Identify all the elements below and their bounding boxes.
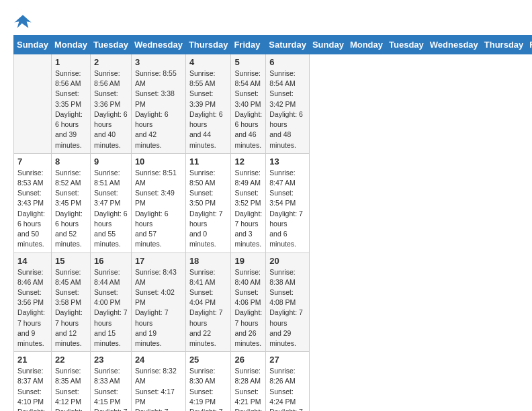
day-header-tuesday: Tuesday [91,36,132,54]
calendar-week-row: 21Sunrise: 8:37 AMSunset: 4:10 PMDayligh… [14,352,533,411]
day-number: 20 [269,256,306,266]
day-info: Sunrise: 8:35 AMSunset: 4:12 PMDaylight:… [55,366,87,411]
day-header-friday: Friday [527,36,532,54]
calendar-cell: 15Sunrise: 8:45 AMSunset: 3:58 PMDayligh… [51,253,90,352]
calendar-header-row: SundayMondayTuesdayWednesdayThursdayFrid… [14,36,533,54]
day-number: 16 [94,256,128,266]
calendar-cell: 7Sunrise: 8:53 AMSunset: 3:43 PMDaylight… [14,153,52,253]
day-info: Sunrise: 8:49 AMSunset: 3:52 PMDaylight:… [234,168,262,250]
day-header-tuesday: Tuesday [386,36,427,54]
calendar-cell: 24Sunrise: 8:32 AMSunset: 4:17 PMDayligh… [131,352,185,411]
calendar-cell: 4Sunrise: 8:55 AMSunset: 3:39 PMDaylight… [185,54,231,154]
day-info: Sunrise: 8:50 AMSunset: 3:50 PMDaylight:… [189,168,228,250]
day-number: 3 [135,57,182,67]
day-number: 22 [55,355,87,365]
calendar-cell: 20Sunrise: 8:38 AMSunset: 4:08 PMDayligh… [266,253,310,352]
svg-marker-0 [14,15,31,28]
day-info: Sunrise: 8:52 AMSunset: 3:45 PMDaylight:… [55,168,87,250]
day-number: 2 [94,57,128,67]
day-info: Sunrise: 8:28 AMSunset: 4:21 PMDaylight:… [234,366,262,411]
day-number: 25 [189,355,228,365]
day-number: 15 [55,256,87,266]
calendar-cell: 21Sunrise: 8:37 AMSunset: 4:10 PMDayligh… [14,352,52,411]
day-header-monday: Monday [51,36,90,54]
day-header-saturday: Saturday [266,36,310,54]
calendar-cell: 3Sunrise: 8:55 AMSunset: 3:38 PMDaylight… [131,54,185,154]
day-info: Sunrise: 8:32 AMSunset: 4:17 PMDaylight:… [135,366,182,411]
calendar-cell: 26Sunrise: 8:28 AMSunset: 4:21 PMDayligh… [231,352,266,411]
calendar-cell: 14Sunrise: 8:46 AMSunset: 3:56 PMDayligh… [14,253,52,352]
calendar-cell: 13Sunrise: 8:47 AMSunset: 3:54 PMDayligh… [266,153,310,253]
page-header [13,7,519,31]
day-number: 9 [94,156,128,167]
calendar-cell: 19Sunrise: 8:40 AMSunset: 4:06 PMDayligh… [231,253,266,352]
day-number: 18 [189,256,228,266]
day-info: Sunrise: 8:46 AMSunset: 3:56 PMDaylight:… [17,267,48,349]
day-info: Sunrise: 8:45 AMSunset: 3:58 PMDaylight:… [55,267,87,349]
day-number: 21 [17,355,48,365]
day-number: 23 [94,355,128,365]
day-number: 8 [55,156,87,167]
day-info: Sunrise: 8:54 AMSunset: 3:40 PMDaylight:… [234,68,262,150]
calendar-cell: 27Sunrise: 8:26 AMSunset: 4:24 PMDayligh… [266,352,310,411]
day-info: Sunrise: 8:55 AMSunset: 3:38 PMDaylight:… [135,68,182,150]
day-number: 10 [135,156,182,167]
day-number: 19 [234,256,262,266]
logo [13,12,35,31]
day-number: 17 [135,256,182,266]
day-info: Sunrise: 8:53 AMSunset: 3:43 PMDaylight:… [17,168,48,250]
calendar-cell [14,54,52,154]
calendar-table: SundayMondayTuesdayWednesdayThursdayFrid… [13,35,532,411]
day-header-sunday: Sunday [14,36,52,54]
day-info: Sunrise: 8:43 AMSunset: 4:02 PMDaylight:… [135,267,182,349]
calendar-cell: 10Sunrise: 8:51 AMSunset: 3:49 PMDayligh… [131,153,185,253]
day-info: Sunrise: 8:47 AMSunset: 3:54 PMDaylight:… [269,168,306,250]
calendar-cell: 2Sunrise: 8:56 AMSunset: 3:36 PMDaylight… [91,54,132,154]
calendar-cell: 8Sunrise: 8:52 AMSunset: 3:45 PMDaylight… [51,153,90,253]
day-info: Sunrise: 8:54 AMSunset: 3:42 PMDaylight:… [269,68,306,150]
day-number: 6 [269,57,306,67]
day-header-friday: Friday [231,36,266,54]
day-info: Sunrise: 8:51 AMSunset: 3:47 PMDaylight:… [94,168,128,250]
day-number: 12 [234,156,262,167]
calendar-cell: 22Sunrise: 8:35 AMSunset: 4:12 PMDayligh… [51,352,90,411]
day-info: Sunrise: 8:33 AMSunset: 4:15 PMDaylight:… [94,366,128,411]
calendar-cell: 18Sunrise: 8:41 AMSunset: 4:04 PMDayligh… [185,253,231,352]
day-number: 7 [17,156,48,167]
calendar-week-row: 7Sunrise: 8:53 AMSunset: 3:43 PMDaylight… [14,153,533,253]
day-number: 24 [135,355,182,365]
day-header-thursday: Thursday [481,36,527,54]
calendar-cell: 1Sunrise: 8:56 AMSunset: 3:35 PMDaylight… [51,54,90,154]
calendar-cell: 5Sunrise: 8:54 AMSunset: 3:40 PMDaylight… [231,54,266,154]
day-number: 11 [189,156,228,167]
day-number: 5 [234,57,262,67]
calendar-week-row: 1Sunrise: 8:56 AMSunset: 3:35 PMDaylight… [14,54,533,154]
day-header-thursday: Thursday [185,36,231,54]
day-number: 1 [55,57,87,67]
logo-icon [13,12,32,31]
day-info: Sunrise: 8:30 AMSunset: 4:19 PMDaylight:… [189,366,228,411]
day-header-sunday: Sunday [309,36,347,54]
day-header-monday: Monday [347,36,386,54]
day-number: 13 [269,156,306,167]
calendar-cell: 9Sunrise: 8:51 AMSunset: 3:47 PMDaylight… [91,153,132,253]
day-info: Sunrise: 8:41 AMSunset: 4:04 PMDaylight:… [189,267,228,349]
day-header-wednesday: Wednesday [131,36,185,54]
calendar-cell: 23Sunrise: 8:33 AMSunset: 4:15 PMDayligh… [91,352,132,411]
day-info: Sunrise: 8:37 AMSunset: 4:10 PMDaylight:… [17,366,48,411]
day-info: Sunrise: 8:55 AMSunset: 3:39 PMDaylight:… [189,68,228,150]
day-info: Sunrise: 8:26 AMSunset: 4:24 PMDaylight:… [269,366,306,411]
calendar-cell: 12Sunrise: 8:49 AMSunset: 3:52 PMDayligh… [231,153,266,253]
day-info: Sunrise: 8:51 AMSunset: 3:49 PMDaylight:… [135,168,182,250]
day-info: Sunrise: 8:56 AMSunset: 3:35 PMDaylight:… [55,68,87,150]
day-number: 4 [189,57,228,67]
day-header-wednesday: Wednesday [427,36,481,54]
calendar-cell: 16Sunrise: 8:44 AMSunset: 4:00 PMDayligh… [91,253,132,352]
day-number: 27 [269,355,306,365]
day-number: 14 [17,256,48,266]
calendar-cell: 11Sunrise: 8:50 AMSunset: 3:50 PMDayligh… [185,153,231,253]
calendar-week-row: 14Sunrise: 8:46 AMSunset: 3:56 PMDayligh… [14,253,533,352]
day-info: Sunrise: 8:40 AMSunset: 4:06 PMDaylight:… [234,267,262,349]
day-info: Sunrise: 8:44 AMSunset: 4:00 PMDaylight:… [94,267,128,349]
day-info: Sunrise: 8:38 AMSunset: 4:08 PMDaylight:… [269,267,306,349]
